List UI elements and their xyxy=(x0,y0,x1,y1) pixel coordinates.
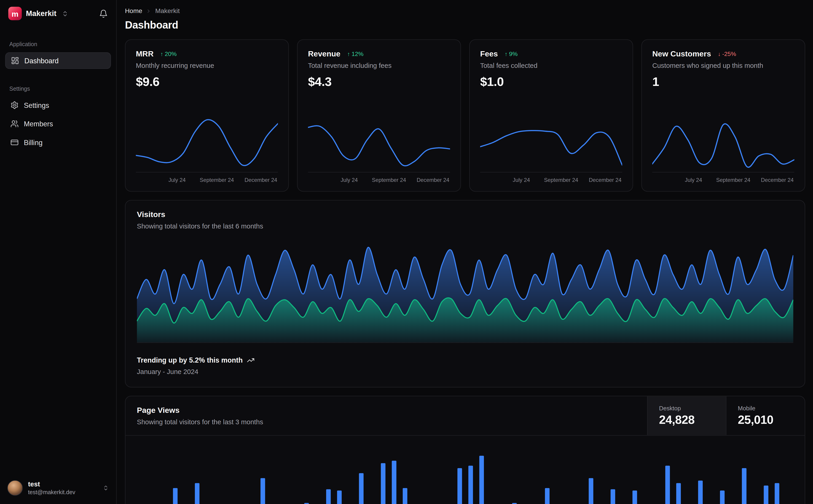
makerkit-logo: m xyxy=(8,7,22,20)
visitors-date-range: January - June 2024 xyxy=(137,368,793,376)
trend-down-icon xyxy=(718,50,721,57)
page-views-bar-chart xyxy=(125,436,805,504)
x-axis-label: September 24 xyxy=(372,177,406,183)
trend-badge: -25% xyxy=(718,50,736,57)
stat-subtitle: Total fees collected xyxy=(480,62,622,69)
chart-x-axis: July 24 September 24 December 24 xyxy=(480,172,622,185)
sidebar-item-label: Billing xyxy=(24,138,43,146)
x-axis-label: December 24 xyxy=(417,177,449,183)
stat-cards-row: MRR 20% Monthly recurring revenue $9.6 J… xyxy=(125,39,805,192)
trend-up-icon xyxy=(347,50,350,57)
stat-card-revenue: Revenue 12% Total revenue including fees… xyxy=(297,39,461,192)
stat-title: Revenue xyxy=(308,49,341,58)
visitors-area-chart xyxy=(137,244,793,343)
trend-value: 20% xyxy=(165,50,176,57)
visitors-trend-text: Trending up by 5.2% this month xyxy=(137,356,243,364)
trend-badge: 9% xyxy=(504,50,517,57)
x-axis-label: September 24 xyxy=(716,177,750,183)
chart-x-axis: July 24 September 24 December 24 xyxy=(136,172,278,185)
user-menu[interactable]: test test@makerkit.dev xyxy=(5,478,111,498)
users-icon xyxy=(10,120,19,128)
x-axis-label: July 24 xyxy=(341,177,358,183)
stat-title: New Customers xyxy=(652,49,711,58)
chevrons-up-down-icon xyxy=(61,10,68,17)
breadcrumb: Home Makerkit xyxy=(125,7,805,15)
trend-value: 12% xyxy=(352,50,363,57)
visitors-footer: Trending up by 5.2% this month January -… xyxy=(137,356,793,376)
user-email: test@makerkit.dev xyxy=(28,489,75,495)
chevrons-up-down-icon xyxy=(103,485,109,491)
trending-up-icon xyxy=(247,356,255,364)
stat-subtitle: Customers who signed up this month xyxy=(652,62,794,69)
sidebar-section-settings: Settings xyxy=(9,85,107,92)
makerkit-dashboard-app: m Makerkit Application Dashboard Setting… xyxy=(0,0,813,504)
stat-value: $9.6 xyxy=(136,74,278,89)
workspace-name: Makerkit xyxy=(26,9,56,18)
user-avatar xyxy=(7,480,23,496)
stat-value: $4.3 xyxy=(308,74,450,89)
x-axis-label: September 24 xyxy=(199,177,234,183)
visitors-card: Visitors Showing total visitors for the … xyxy=(125,200,805,387)
bell-icon[interactable] xyxy=(99,9,108,18)
trend-up-icon xyxy=(160,50,163,57)
credit-card-icon xyxy=(10,138,19,146)
page-title: Dashboard xyxy=(125,19,805,31)
fees-sparkline-chart xyxy=(480,111,622,172)
stat-value: 1 xyxy=(652,74,794,89)
sidebar-item-billing[interactable]: Billing xyxy=(5,134,111,151)
trend-value: 9% xyxy=(509,50,518,57)
toggle-value: 25,010 xyxy=(738,413,793,427)
sidebar-item-members[interactable]: Members xyxy=(5,116,111,132)
page-views-toggle-desktop[interactable]: Desktop 24,828 xyxy=(647,396,726,435)
chart-x-axis: July 24 September 24 December 24 xyxy=(652,172,794,185)
new-customers-sparkline-chart xyxy=(652,111,794,172)
page-views-subtitle: Showing total visitors for the last 3 mo… xyxy=(137,418,636,426)
page-views-toggle-mobile[interactable]: Mobile 25,010 xyxy=(726,396,805,435)
x-axis-label: December 24 xyxy=(245,177,277,183)
logo-letter: m xyxy=(12,9,19,18)
sidebar-item-label: Members xyxy=(24,120,53,128)
visitors-title: Visitors xyxy=(137,210,793,219)
page-views-card: Page Views Showing total visitors for th… xyxy=(125,396,805,504)
stat-card-new-customers: New Customers -25% Customers who signed … xyxy=(642,39,805,192)
breadcrumb-current: Makerkit xyxy=(155,7,180,15)
sidebar-item-label: Settings xyxy=(24,101,49,109)
main-content: Home Makerkit Dashboard MRR 20% Monthly … xyxy=(117,0,813,504)
stat-card-mrr: MRR 20% Monthly recurring revenue $9.6 J… xyxy=(125,39,289,192)
x-axis-label: December 24 xyxy=(761,177,794,183)
stat-card-fees: Fees 9% Total fees collected $1.0 July 2… xyxy=(469,39,633,192)
toggle-value: 24,828 xyxy=(659,413,715,427)
stat-title: Fees xyxy=(480,49,498,58)
trend-up-icon xyxy=(504,50,507,57)
toggle-label: Mobile xyxy=(738,405,793,411)
sidebar-item-label: Dashboard xyxy=(24,57,59,64)
stat-subtitle: Monthly recurring revenue xyxy=(136,62,278,69)
revenue-sparkline-chart xyxy=(308,111,450,172)
stat-value: $1.0 xyxy=(480,74,622,89)
x-axis-label: December 24 xyxy=(589,177,622,183)
breadcrumb-home-link[interactable]: Home xyxy=(125,7,142,15)
workspace-selector[interactable]: m Makerkit xyxy=(5,7,111,20)
x-axis-label: July 24 xyxy=(513,177,530,183)
chart-x-axis: July 24 September 24 December 24 xyxy=(308,172,450,185)
sidebar: m Makerkit Application Dashboard Setting… xyxy=(0,0,117,504)
user-name: test xyxy=(28,481,75,488)
x-axis-label: July 24 xyxy=(685,177,702,183)
sidebar-item-dashboard[interactable]: Dashboard xyxy=(5,52,111,69)
gear-icon xyxy=(10,101,19,109)
trend-badge: 12% xyxy=(347,50,363,57)
page-views-header: Page Views Showing total visitors for th… xyxy=(125,396,805,435)
visitors-subtitle: Showing total visitors for the last 6 mo… xyxy=(137,222,793,230)
layout-dashboard-icon xyxy=(11,56,19,65)
trend-value: -25% xyxy=(722,50,736,57)
mrr-sparkline-chart xyxy=(136,111,278,172)
chevron-right-icon xyxy=(146,8,151,14)
stat-title: MRR xyxy=(136,49,153,58)
x-axis-label: September 24 xyxy=(544,177,578,183)
trend-badge: 20% xyxy=(160,50,176,57)
page-views-title: Page Views xyxy=(137,406,636,414)
sidebar-item-settings[interactable]: Settings xyxy=(5,97,111,114)
sidebar-section-application: Application xyxy=(9,41,107,47)
stat-subtitle: Total revenue including fees xyxy=(308,62,450,69)
toggle-label: Desktop xyxy=(659,405,715,411)
